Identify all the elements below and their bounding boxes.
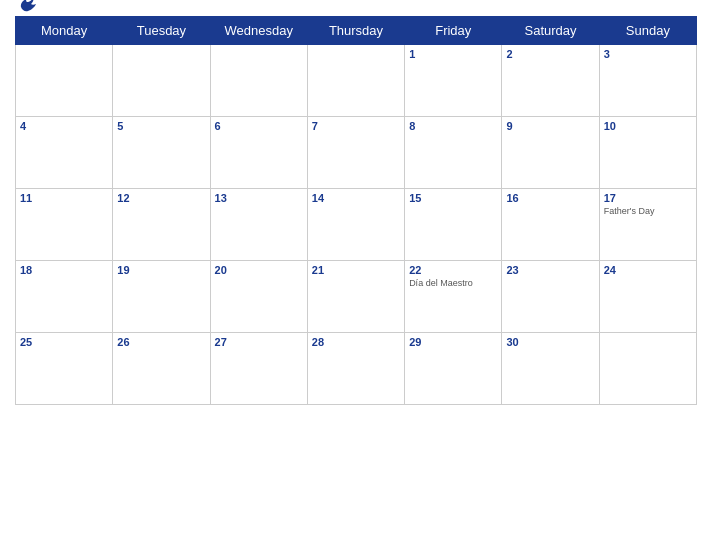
calendar-cell: 22Día del Maestro xyxy=(405,261,502,333)
calendar-cell: 20 xyxy=(210,261,307,333)
calendar-cell: 15 xyxy=(405,189,502,261)
calendar-cell: 5 xyxy=(113,117,210,189)
calendar-cell: 6 xyxy=(210,117,307,189)
event-label: Father's Day xyxy=(604,206,692,217)
calendar-cell: 8 xyxy=(405,117,502,189)
logo xyxy=(15,1,39,19)
calendar-cell: 7 xyxy=(307,117,404,189)
col-header-thursday: Thursday xyxy=(307,17,404,45)
calendar-cell: 26 xyxy=(113,333,210,405)
calendar-cell: 4 xyxy=(16,117,113,189)
calendar-week-3: 11121314151617Father's Day xyxy=(16,189,697,261)
calendar-cell: 12 xyxy=(113,189,210,261)
calendar-cell: 18 xyxy=(16,261,113,333)
day-number: 29 xyxy=(409,336,497,348)
col-header-wednesday: Wednesday xyxy=(210,17,307,45)
day-number: 6 xyxy=(215,120,303,132)
calendar-cell: 11 xyxy=(16,189,113,261)
calendar-cell xyxy=(599,333,696,405)
calendar-cell: 9 xyxy=(502,117,599,189)
day-number: 8 xyxy=(409,120,497,132)
day-number: 3 xyxy=(604,48,692,60)
calendar-cell: 17Father's Day xyxy=(599,189,696,261)
calendar-cell: 21 xyxy=(307,261,404,333)
calendar-cell: 13 xyxy=(210,189,307,261)
calendar-cell: 16 xyxy=(502,189,599,261)
day-number: 30 xyxy=(506,336,594,348)
calendar-cell: 29 xyxy=(405,333,502,405)
col-header-monday: Monday xyxy=(16,17,113,45)
day-number: 12 xyxy=(117,192,205,204)
calendar-week-4: 1819202122Día del Maestro2324 xyxy=(16,261,697,333)
calendar-cell: 25 xyxy=(16,333,113,405)
calendar-cell xyxy=(113,45,210,117)
day-number: 18 xyxy=(20,264,108,276)
calendar-cell: 28 xyxy=(307,333,404,405)
calendar-cell: 10 xyxy=(599,117,696,189)
day-number: 9 xyxy=(506,120,594,132)
day-number: 24 xyxy=(604,264,692,276)
logo-bird-icon xyxy=(17,0,39,19)
day-number: 5 xyxy=(117,120,205,132)
calendar-cell xyxy=(16,45,113,117)
day-number: 15 xyxy=(409,192,497,204)
day-number: 16 xyxy=(506,192,594,204)
col-header-saturday: Saturday xyxy=(502,17,599,45)
calendar-table: MondayTuesdayWednesdayThursdayFridaySatu… xyxy=(15,16,697,405)
day-number: 26 xyxy=(117,336,205,348)
calendar-cell: 1 xyxy=(405,45,502,117)
day-number: 10 xyxy=(604,120,692,132)
calendar-cell: 30 xyxy=(502,333,599,405)
col-header-friday: Friday xyxy=(405,17,502,45)
calendar-cell: 24 xyxy=(599,261,696,333)
day-number: 28 xyxy=(312,336,400,348)
calendar-cell xyxy=(210,45,307,117)
calendar-header-row: MondayTuesdayWednesdayThursdayFridaySatu… xyxy=(16,17,697,45)
day-number: 14 xyxy=(312,192,400,204)
calendar-week-1: 123 xyxy=(16,45,697,117)
calendar-week-5: 252627282930 xyxy=(16,333,697,405)
calendar-cell: 19 xyxy=(113,261,210,333)
day-number: 22 xyxy=(409,264,497,276)
day-number: 17 xyxy=(604,192,692,204)
col-header-tuesday: Tuesday xyxy=(113,17,210,45)
calendar-cell xyxy=(307,45,404,117)
day-number: 21 xyxy=(312,264,400,276)
calendar-week-2: 45678910 xyxy=(16,117,697,189)
calendar-cell: 2 xyxy=(502,45,599,117)
day-number: 13 xyxy=(215,192,303,204)
calendar-cell: 27 xyxy=(210,333,307,405)
event-label: Día del Maestro xyxy=(409,278,497,289)
day-number: 20 xyxy=(215,264,303,276)
day-number: 7 xyxy=(312,120,400,132)
day-number: 23 xyxy=(506,264,594,276)
day-number: 25 xyxy=(20,336,108,348)
day-number: 4 xyxy=(20,120,108,132)
day-number: 1 xyxy=(409,48,497,60)
calendar-cell: 3 xyxy=(599,45,696,117)
calendar-cell: 14 xyxy=(307,189,404,261)
calendar-body: 1234567891011121314151617Father's Day181… xyxy=(16,45,697,405)
day-number: 2 xyxy=(506,48,594,60)
calendar-cell: 23 xyxy=(502,261,599,333)
day-number: 19 xyxy=(117,264,205,276)
day-number: 27 xyxy=(215,336,303,348)
calendar-wrapper: MondayTuesdayWednesdayThursdayFridaySatu… xyxy=(0,0,712,550)
day-number: 11 xyxy=(20,192,108,204)
col-header-sunday: Sunday xyxy=(599,17,696,45)
